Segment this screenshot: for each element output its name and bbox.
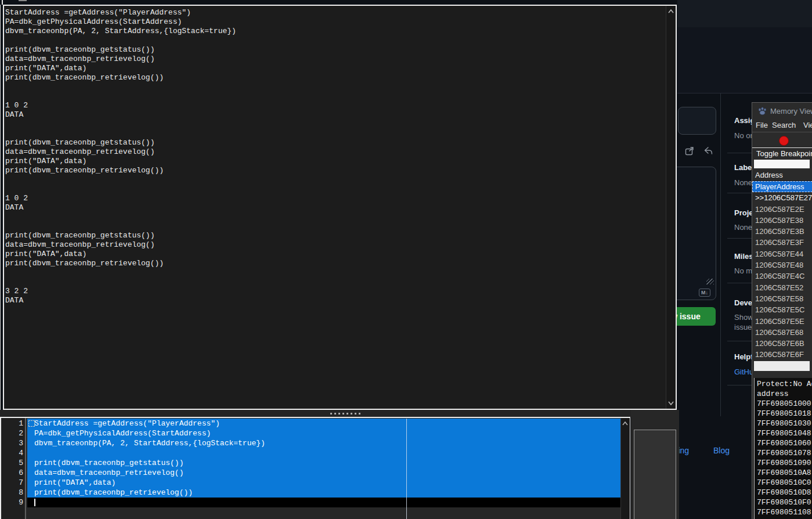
console-line: 1 0 2 [5, 194, 665, 203]
breakpoint-icon[interactable] [779, 136, 789, 146]
console-line: dbvm_traceonbp(PA, 2, StartAddress,{logS… [5, 27, 665, 36]
github-horizontal-divider [677, 93, 812, 93]
github-top-band [677, 0, 812, 27]
code-text: PA=dbk_getPhysicalAddress(StartAddress) [34, 428, 211, 438]
memory-viewer-title: Memory Viewer [770, 107, 812, 116]
hex-row: 7FF6980510D8 [755, 488, 812, 498]
github-header-area [677, 27, 812, 93]
list-row[interactable]: 1206C587E3F [752, 237, 812, 248]
line-number: 6 [1, 468, 23, 478]
markdown-icon: M↓ [699, 289, 710, 297]
list-row[interactable]: 1206C587E6B [752, 338, 812, 349]
line-number: 1 [1, 419, 23, 428]
hex-row: 7FF698051090 [755, 458, 812, 468]
line-number: 8 [1, 488, 23, 498]
lua-console-output: StartAddress =getAddress("PlayerAddress"… [5, 8, 665, 409]
editor-line[interactable]: 6data=dbvm_traceonbp_retrievelog() [1, 468, 629, 478]
list-row[interactable]: 1206C587E44 [752, 248, 812, 260]
editor-line[interactable]: 5print(dbvm_traceonbp_getstatus()) [1, 458, 629, 468]
hex-row: 7FF698051000 [755, 399, 812, 409]
console-line [5, 212, 665, 222]
window-fragment [2, 0, 3, 5]
address-input[interactable] [754, 160, 810, 168]
list-row[interactable]: 1206C587E38 [752, 215, 812, 226]
list-row[interactable]: 1206C587E5C [752, 304, 812, 315]
console-line: data=dbvm_traceonbp_retrievelog() [5, 147, 665, 157]
console-line: data=dbvm_traceonbp_retrievelog() [5, 55, 665, 64]
list-row[interactable]: 1206C587E52 [752, 282, 812, 293]
console-line [5, 36, 665, 45]
editor-caret [34, 499, 35, 506]
memory-viewer-window: Memory Viewer File Search View Toggle Br… [752, 102, 812, 519]
console-line [5, 185, 665, 194]
list-row[interactable]: 1206C587E58 [752, 293, 812, 304]
menu-file[interactable]: File [756, 121, 768, 129]
splitter-dots-icon [330, 413, 360, 415]
hex-row: 7FF698051108 [755, 507, 812, 517]
scroll-down-icon[interactable] [668, 401, 674, 405]
list-row[interactable]: 1206C587E5E [752, 316, 812, 327]
side-panel-box [634, 430, 676, 519]
sidebar-development-line2: issue. [734, 323, 754, 331]
console-line: print(dbvm_traceonbp_retrievelog()) [5, 259, 665, 268]
scroll-up-icon[interactable] [622, 421, 628, 426]
editor-line[interactable]: 3dbvm_traceonbp(PA, 2, StartAddress,{log… [1, 438, 629, 448]
cheat-engine-paw-icon [757, 106, 767, 116]
code-text: StartAddress =getAddress("PlayerAddress"… [34, 419, 220, 428]
hex-address-header: address [755, 389, 812, 399]
list-row[interactable]: 1206C587E3B [752, 226, 812, 237]
code-text: data=dbvm_traceonbp_retrievelog() [34, 468, 183, 478]
console-line [5, 222, 665, 231]
github-sidebar-divider [720, 93, 721, 416]
editor-line[interactable]: 1StartAddress =getAddress("PlayerAddress… [1, 419, 629, 428]
list-row-selected[interactable]: PlayerAddress [752, 181, 812, 192]
console-line [5, 175, 665, 185]
window-fragment [0, 5, 1, 410]
editor-line[interactable]: 7print("DATA",data) [1, 478, 629, 488]
console-line [5, 82, 665, 92]
desktop: M↓ New issue Assignees No one Labels Non… [0, 0, 812, 519]
editor-line[interactable]: 2PA=dbk_getPhysicalAddress(StartAddress) [1, 428, 629, 438]
line-number: 2 [1, 428, 23, 438]
console-line: print("DATA",data) [5, 64, 665, 73]
editor-line[interactable]: 4 [1, 448, 629, 458]
list-row[interactable]: 1206C587E68 [752, 327, 812, 338]
list-row[interactable]: 1206C587E6F [752, 349, 812, 360]
hex-view[interactable]: Protect:No Access address 7FF6980510007F… [754, 378, 812, 519]
splitter-handle[interactable] [0, 410, 631, 417]
editor-line[interactable]: 9 [1, 498, 629, 507]
hex-row: 7FF698051030 [755, 419, 812, 428]
menu-view[interactable]: View [803, 121, 812, 129]
share-icon[interactable] [684, 146, 695, 156]
github-comment-header-box [678, 107, 716, 135]
reply-arrow-icon[interactable] [703, 146, 713, 156]
console-line [5, 129, 665, 138]
list-row[interactable]: 1206C587E2E [752, 204, 812, 215]
address-column-header[interactable]: Address [755, 171, 783, 179]
code-fold-icon[interactable] [28, 420, 35, 427]
menu-search[interactable]: Search [772, 121, 796, 129]
console-line: print("DATA",data) [5, 250, 665, 259]
console-scrollbar[interactable] [666, 6, 676, 409]
code-text: dbvm_traceonbp(PA, 2, StartAddress,{logS… [34, 438, 265, 448]
lua-console-window: StartAddress =getAddress("PlayerAddress"… [3, 5, 677, 410]
list-row[interactable]: 1206C587E48 [752, 260, 812, 271]
tooltip-divider [752, 147, 812, 148]
hex-row: 7FF6980510C0 [755, 478, 812, 488]
scroll-up-icon[interactable] [668, 9, 674, 13]
console-line: DATA [5, 203, 665, 212]
console-line: StartAddress =getAddress("PlayerAddress"… [5, 8, 665, 17]
editor-scrollbar[interactable] [620, 418, 630, 519]
console-line: print(dbvm_traceonbp_getstatus()) [5, 231, 665, 240]
list-row[interactable]: >>1206C587E27 [752, 192, 812, 203]
disassembly-list[interactable]: PlayerAddress>>1206C587E271206C587E2E120… [752, 181, 812, 361]
editor-line[interactable]: 8print(dbvm_traceonbp_retrievelog()) [1, 488, 629, 498]
hex-row: 7FF6980510F0 [755, 498, 812, 507]
list-row[interactable]: 1206C587E4C [752, 271, 812, 282]
console-line [5, 268, 665, 277]
hex-row: 7FF698051078 [755, 448, 812, 458]
resize-grip-icon[interactable] [706, 279, 714, 284]
footer-link-blog[interactable]: Blog [713, 446, 730, 455]
horizontal-scrollbar[interactable] [754, 361, 810, 371]
editor-code-area[interactable]: 1StartAddress =getAddress("PlayerAddress… [1, 419, 629, 507]
